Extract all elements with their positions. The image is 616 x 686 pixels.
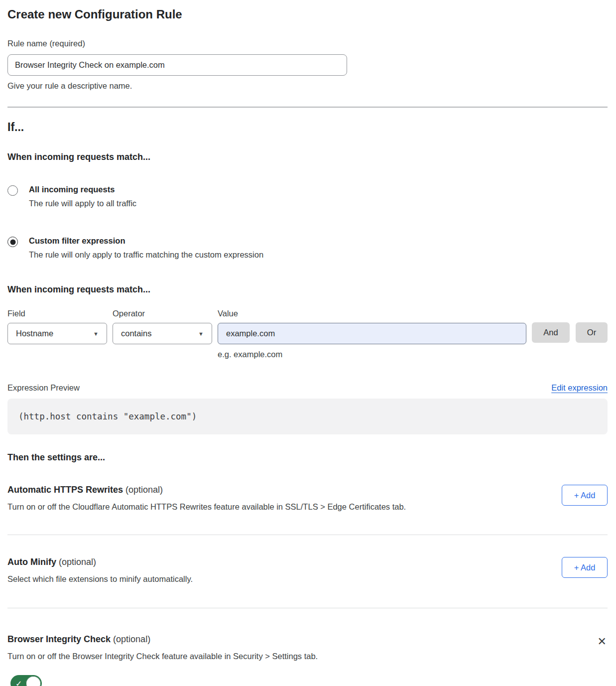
and-button[interactable]: And [532,322,570,343]
value-help: e.g. example.com [218,350,526,359]
value-input[interactable] [218,323,526,344]
browser-integrity-check-toggle[interactable]: ✓ [10,675,42,686]
radio-option-custom-filter[interactable]: Custom filter expression The rule will o… [7,236,608,260]
field-label: Field [7,309,107,318]
toggle-knob [26,676,41,686]
operator-label: Operator [113,309,212,318]
radio-label: All incoming requests [29,184,136,194]
value-label: Value [218,309,526,318]
rule-name-help: Give your rule a descriptive name. [7,81,608,91]
field-select-value: Hostname [16,329,53,338]
then-settings-heading: Then the settings are... [7,452,608,463]
expression-preview-label: Expression Preview [7,383,80,393]
setting-optional-tag: (optional) [59,557,96,567]
setting-row-automatic-https-rewrites: Automatic HTTPS Rewrites (optional) Turn… [7,485,608,512]
setting-divider [7,535,608,535]
setting-name: Auto Minify [7,557,56,567]
setting-description: Turn on or off the Cloudflare Automatic … [7,502,406,512]
setting-description: Select which file extensions to minify a… [7,574,193,584]
page-title: Create new Configuration Rule [7,7,608,22]
setting-divider [7,608,608,608]
filter-builder-row: Field Hostname ▼ Operator contains ▼ Val… [7,309,608,359]
match-heading: When incoming requests match... [7,152,608,162]
or-button[interactable]: Or [576,322,608,343]
radio-description: The rule will only apply to traffic matc… [29,250,263,260]
section-divider [7,107,608,108]
operator-select-value: contains [121,329,151,338]
radio-button-all-requests[interactable] [7,185,18,196]
radio-button-custom-filter[interactable] [7,237,18,247]
add-auto-minify-button[interactable]: + Add [562,557,608,578]
setting-row-browser-integrity-check: Browser Integrity Check (optional) Turn … [7,634,608,661]
expression-code-box: (http.host contains "example.com") [7,399,608,434]
edit-expression-link[interactable]: Edit expression [551,383,608,393]
rule-name-input[interactable] [7,54,347,76]
setting-name: Automatic HTTPS Rewrites [7,485,123,495]
create-configuration-rule-page: Create new Configuration Rule Rule name … [0,0,616,686]
close-icon[interactable]: ✕ [597,635,608,648]
radio-option-all-requests[interactable]: All incoming requests The rule will appl… [7,184,608,208]
if-heading: If... [7,121,608,134]
radio-label: Custom filter expression [29,236,263,246]
chevron-down-icon: ▼ [198,331,204,337]
filter-builder-heading: When incoming requests match... [7,284,608,295]
setting-optional-tag: (optional) [113,634,150,644]
expression-preview-header: Expression Preview Edit expression [7,383,608,393]
operator-select[interactable]: contains ▼ [113,323,212,344]
setting-name: Browser Integrity Check [7,634,111,644]
rule-name-label: Rule name (required) [7,39,608,48]
radio-description: The rule will apply to all traffic [29,199,136,208]
setting-description: Turn on or off the Browser Integrity Che… [7,652,318,661]
chevron-down-icon: ▼ [93,331,99,337]
check-icon: ✓ [15,679,22,686]
field-select[interactable]: Hostname ▼ [7,323,107,344]
setting-optional-tag: (optional) [125,485,163,495]
setting-row-auto-minify: Auto Minify (optional) Select which file… [7,557,608,584]
add-automatic-https-rewrites-button[interactable]: + Add [562,485,608,506]
expression-code: (http.host contains "example.com") [18,412,197,421]
